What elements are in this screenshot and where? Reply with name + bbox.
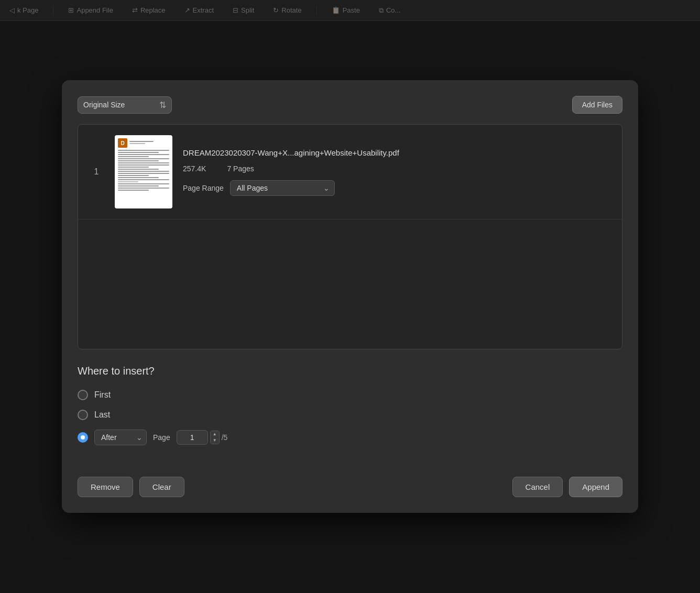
add-files-button[interactable]: Add Files xyxy=(572,96,622,114)
thumb-logo-icon: D xyxy=(118,138,127,148)
file-list-area: 1 D xyxy=(78,124,622,349)
insert-option-first[interactable]: First xyxy=(78,390,622,400)
file-meta: 257.4K 7 Pages xyxy=(183,164,611,173)
page-range-wrapper: All Pages Custom Range xyxy=(230,180,335,196)
option-last-label: Last xyxy=(94,410,110,420)
size-stepper-icon: ⇅ xyxy=(159,100,166,110)
append-file-modal: Original Size ⇅ Add Files 1 D xyxy=(62,80,638,513)
insert-section: Where to insert? First Last xyxy=(78,365,622,471)
modal-bottom-bar: Remove Clear Cancel Append xyxy=(78,477,622,497)
thumbnail-inner: D xyxy=(115,135,172,208)
after-select-wrapper: After Before xyxy=(94,430,147,445)
table-row: 1 D xyxy=(78,125,622,219)
page-stepper: ▲ ▼ xyxy=(210,431,220,444)
page-total: /5 xyxy=(222,433,228,442)
insert-option-after[interactable]: After Before Page ▲ ▼ /5 xyxy=(78,430,622,445)
page-range-select[interactable]: All Pages Custom Range xyxy=(230,180,335,196)
page-stepper-up[interactable]: ▲ xyxy=(211,431,219,437)
file-name: DREAM2023020307-Wang+X...agining+Website… xyxy=(183,148,611,157)
cancel-button[interactable]: Cancel xyxy=(512,477,563,497)
page-range-row: Page Range All Pages Custom Range xyxy=(183,180,611,196)
after-select[interactable]: After Before xyxy=(94,430,147,445)
insert-options: First Last After Before Pa xyxy=(78,390,622,445)
bottom-right-buttons: Cancel Append xyxy=(512,477,622,497)
insert-title: Where to insert? xyxy=(78,365,622,377)
modal-overlay: Original Size ⇅ Add Files 1 D xyxy=(0,0,700,593)
page-label: Page xyxy=(153,433,170,442)
size-selector[interactable]: Original Size ⇅ xyxy=(78,96,172,114)
file-pages: 7 Pages xyxy=(227,164,254,173)
append-button[interactable]: Append xyxy=(569,477,622,497)
page-stepper-down[interactable]: ▼ xyxy=(211,437,219,444)
radio-last[interactable] xyxy=(78,410,88,420)
file-thumbnail: D xyxy=(115,135,172,208)
modal-top-bar: Original Size ⇅ Add Files xyxy=(78,96,622,114)
page-range-label: Page Range xyxy=(183,184,224,192)
clear-button[interactable]: Clear xyxy=(139,477,184,497)
file-number: 1 xyxy=(89,167,104,177)
bottom-left-buttons: Remove Clear xyxy=(78,477,184,497)
size-selector-label: Original Size xyxy=(83,101,125,109)
insert-option-last[interactable]: Last xyxy=(78,410,622,420)
option-first-label: First xyxy=(94,390,111,400)
file-size: 257.4K xyxy=(183,164,206,173)
remove-button[interactable]: Remove xyxy=(78,477,133,497)
page-input[interactable] xyxy=(177,430,208,445)
file-info: DREAM2023020307-Wang+X...agining+Website… xyxy=(183,148,611,196)
radio-after[interactable] xyxy=(78,432,88,443)
radio-first[interactable] xyxy=(78,390,88,400)
page-num-wrapper: ▲ ▼ /5 xyxy=(177,430,228,445)
